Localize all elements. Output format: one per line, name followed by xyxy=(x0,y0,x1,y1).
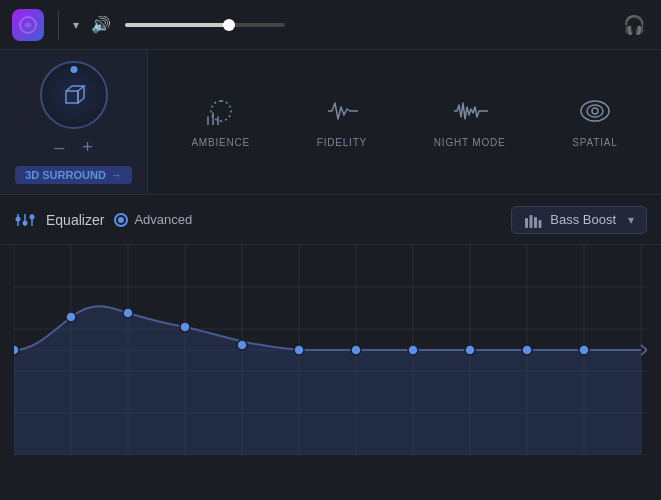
volume-fill xyxy=(125,23,229,27)
cube-icon xyxy=(60,81,88,109)
preset-fidelity[interactable]: FIDELITY xyxy=(305,89,379,156)
svg-line-48 xyxy=(641,350,647,355)
svg-point-13 xyxy=(30,214,35,219)
ambience-icon xyxy=(205,97,237,129)
svg-rect-16 xyxy=(534,217,537,228)
advanced-radio[interactable]: Advanced xyxy=(114,212,192,227)
chevron-icon: ▾ xyxy=(73,18,79,32)
svg-point-42 xyxy=(351,345,361,355)
svg-rect-1 xyxy=(66,91,78,103)
svg-point-9 xyxy=(16,216,21,221)
ambience-label: AMBIENCE xyxy=(191,137,250,148)
eq-section: Equalizer Advanced Bass Boost ▾ xyxy=(0,195,661,469)
3d-surround-button[interactable]: 3D SURROUND → xyxy=(15,166,132,184)
volume-slider[interactable] xyxy=(125,23,285,27)
svg-point-36 xyxy=(14,345,19,355)
bass-boost-label: Bass Boost xyxy=(550,212,616,227)
spatial-icon xyxy=(579,97,611,129)
svg-point-43 xyxy=(408,345,418,355)
svg-point-45 xyxy=(522,345,532,355)
preset-ambience[interactable]: AMBIENCE xyxy=(179,89,262,156)
eq-graph[interactable] xyxy=(0,245,661,469)
divider xyxy=(58,10,59,40)
surround-dot xyxy=(70,66,77,73)
surround-plus[interactable]: + xyxy=(82,137,93,158)
surround-minus[interactable]: – xyxy=(54,137,64,158)
surround-label: 3D SURROUND xyxy=(25,169,106,181)
fidelity-label: FIDELITY xyxy=(317,137,367,148)
svg-point-44 xyxy=(465,345,475,355)
svg-rect-17 xyxy=(539,220,542,228)
svg-point-39 xyxy=(180,322,190,332)
headphone-icon: 🎧 xyxy=(623,14,645,36)
topbar: ▾ 🔊 🎧 xyxy=(0,0,661,50)
fidelity-icon xyxy=(326,97,358,129)
svg-point-6 xyxy=(587,105,603,117)
svg-point-11 xyxy=(23,220,28,225)
middle-panel: – + 3D SURROUND → AMBIENCE xyxy=(0,50,661,195)
night-mode-icon xyxy=(452,97,488,129)
device-dropdown[interactable]: ▾ xyxy=(73,18,79,32)
svg-point-40 xyxy=(237,340,247,350)
eq-graph-svg xyxy=(14,245,647,455)
svg-point-7 xyxy=(592,108,598,114)
bass-boost-chevron-icon: ▾ xyxy=(628,213,634,227)
svg-point-37 xyxy=(66,312,76,322)
preset-night-mode[interactable]: NIGHT MODE xyxy=(422,89,518,156)
eq-title: Equalizer xyxy=(46,212,104,228)
volume-thumb[interactable] xyxy=(223,19,235,31)
eq-toolbar: Equalizer Advanced Bass Boost ▾ xyxy=(0,195,661,245)
spatial-label: SPATIAL xyxy=(572,137,617,148)
bass-boost-button[interactable]: Bass Boost ▾ xyxy=(511,206,647,234)
svg-point-41 xyxy=(294,345,304,355)
presets-grid: AMBIENCE FIDELITY NIGHT MODE xyxy=(148,50,661,194)
volume-icon: 🔊 xyxy=(91,15,111,34)
svg-point-38 xyxy=(123,308,133,318)
advanced-radio-circle xyxy=(114,213,128,227)
surround-controls: – + xyxy=(54,137,93,158)
svg-rect-15 xyxy=(530,215,533,228)
svg-point-5 xyxy=(581,101,609,121)
preset-spatial[interactable]: SPATIAL xyxy=(560,89,629,156)
eq-sliders-icon xyxy=(14,209,36,231)
surround-box: – + 3D SURROUND → xyxy=(0,50,148,194)
advanced-label: Advanced xyxy=(134,212,192,227)
svg-line-47 xyxy=(641,345,647,350)
advanced-radio-inner xyxy=(118,217,124,223)
app-logo[interactable] xyxy=(12,9,44,41)
volume-slider-container[interactable] xyxy=(125,23,285,27)
surround-sphere[interactable] xyxy=(40,61,108,129)
svg-rect-14 xyxy=(525,218,528,228)
night-mode-label: NIGHT MODE xyxy=(434,137,506,148)
svg-point-46 xyxy=(579,345,589,355)
bass-boost-icon xyxy=(524,212,542,228)
surround-arrow: → xyxy=(111,169,122,181)
